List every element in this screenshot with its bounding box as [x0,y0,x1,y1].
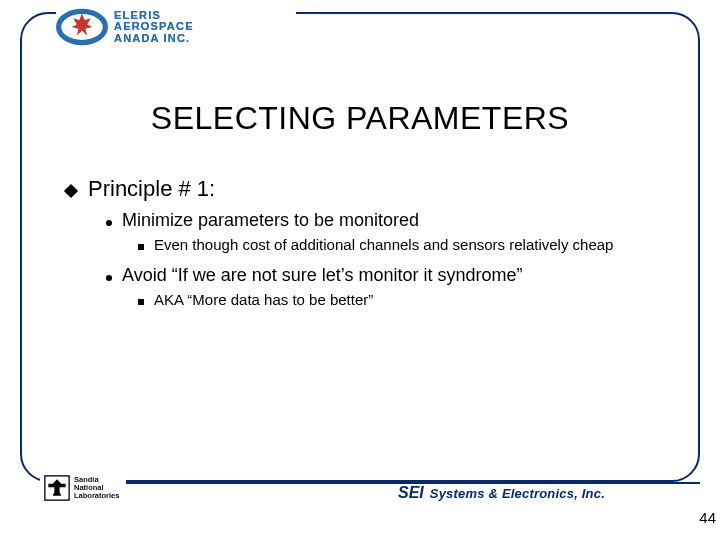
disc-bullet-icon [106,275,112,281]
slide: ELERIS AEROSPACE ANADA INC. SELECTING PA… [0,0,720,540]
bullet-level-2: Minimize parameters to be monitored Even… [106,210,660,311]
sei-full: Systems & Electronics, Inc. [430,486,605,501]
sandia-thunderbird-icon [44,475,70,501]
bullet-lvl2a-text: Minimize parameters to be monitored [122,210,419,231]
slide-body: Principle # 1: Minimize parameters to be… [66,176,660,321]
square-bullet-icon [138,299,144,305]
bullet-level-3: AKA “More data has to be better” [138,290,660,310]
sei-footer-block: SEI Systems & Electronics, Inc. [392,484,611,502]
bullet-lvl2b-text: Avoid “If we are not sure let’s monitor … [122,265,523,286]
bullet-lvl1-text: Principle # 1: [88,176,215,202]
sandia-logo-block: Sandia National Laboratories [40,470,126,506]
slide-title: SELECTING PARAMETERS [0,100,720,137]
diamond-bullet-icon [64,184,78,198]
company-line-3: ANADA INC. [114,33,194,45]
sandia-line-3: Laboratories [74,492,119,500]
bullet-level-1: Principle # 1: Minimize parameters to be… [66,176,660,311]
maple-leaf-ring-icon [56,1,108,53]
bullet-lvl3a-text: Even though cost of additional channels … [154,235,613,255]
company-logo-block: ELERIS AEROSPACE ANADA INC. [56,0,296,54]
bullet-lvl3b-text: AKA “More data has to be better” [154,290,373,310]
company-name: ELERIS AEROSPACE ANADA INC. [114,10,194,45]
square-bullet-icon [138,244,144,250]
page-number: 44 [699,509,716,526]
bullet-level-3: Even though cost of additional channels … [138,235,660,255]
sei-abbr: SEI [398,484,424,502]
sandia-text: Sandia National Laboratories [74,476,119,500]
disc-bullet-icon [106,220,112,226]
